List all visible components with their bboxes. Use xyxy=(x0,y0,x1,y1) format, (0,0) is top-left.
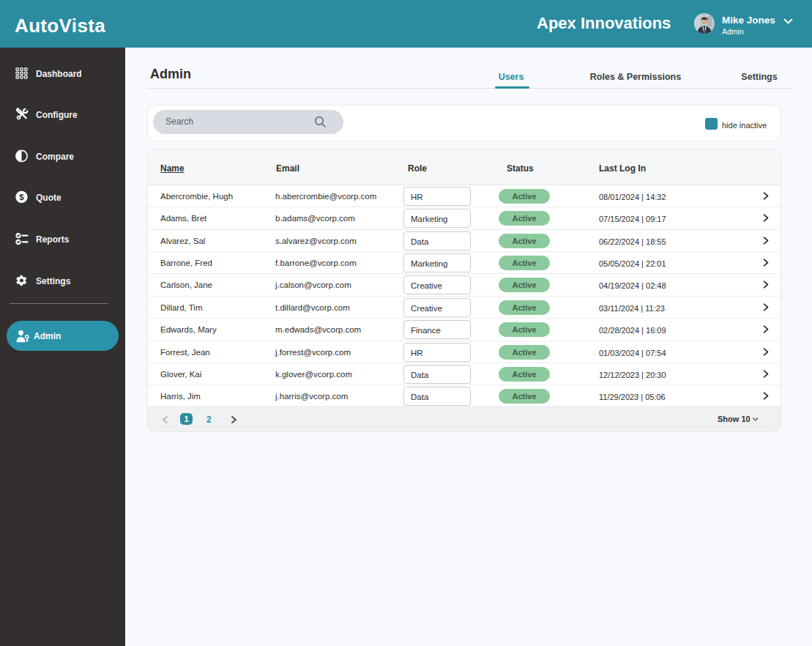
svg-text:$: $ xyxy=(19,193,24,201)
